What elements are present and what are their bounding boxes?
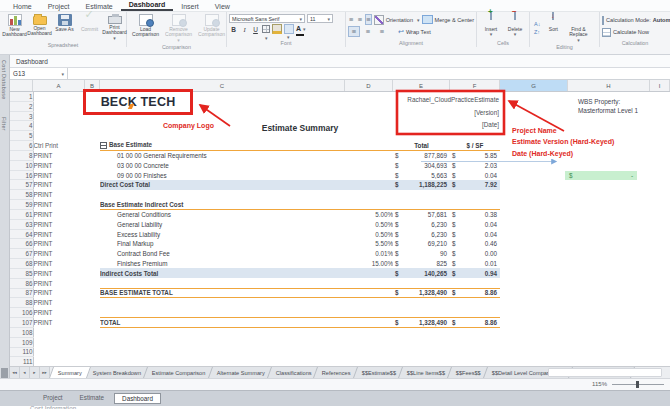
grid-cell[interactable]	[85, 160, 100, 170]
print-flag-cell[interactable]: PRINT	[33, 308, 85, 318]
row-header[interactable]: 109	[10, 337, 33, 347]
percent-cell[interactable]	[345, 308, 393, 318]
total-cell[interactable]	[393, 347, 450, 357]
per-sf-cell[interactable]: $0.04	[450, 219, 500, 229]
percent-cell[interactable]	[345, 347, 393, 357]
column-header-h[interactable]: H	[568, 80, 650, 91]
align-top-button[interactable]: ≡	[348, 14, 355, 25]
grid-cell[interactable]	[85, 239, 100, 249]
grid-cell[interactable]	[568, 219, 650, 229]
grid-cell[interactable]	[568, 347, 650, 357]
total-cell[interactable]	[393, 298, 450, 308]
grid-cell[interactable]	[500, 101, 568, 111]
description-cell[interactable]: Base Estimate Indirect Cost	[100, 200, 345, 210]
per-sf-cell[interactable]: $0.00	[450, 249, 500, 259]
grid-cell[interactable]	[650, 278, 670, 288]
total-cell[interactable]: $1,328,490	[393, 288, 450, 298]
align-right-button[interactable]: ≡	[376, 26, 388, 37]
grid-cell[interactable]	[500, 288, 568, 298]
font-size-select[interactable]: 11	[307, 14, 333, 23]
per-sf-cell[interactable]: $0.38	[450, 209, 500, 219]
total-cell[interactable]: $6,230	[393, 219, 450, 229]
row-header[interactable]: 64	[10, 229, 33, 239]
per-sf-cell[interactable]	[450, 131, 500, 141]
grid-cell[interactable]	[500, 298, 568, 308]
first-sheet-button[interactable]: ◂◂	[10, 367, 20, 378]
grid-cell[interactable]	[85, 327, 100, 337]
column-header-e[interactable]: E	[393, 80, 450, 91]
grid-cell[interactable]	[650, 288, 670, 298]
row-header[interactable]: 1	[10, 92, 33, 101]
total-cell[interactable]: $6,230	[393, 229, 450, 239]
orientation-button[interactable]: Orientation	[374, 15, 420, 25]
grid-cell[interactable]	[85, 357, 100, 366]
per-sf-cell[interactable]	[450, 298, 500, 308]
ribbon-tab-view[interactable]: View	[207, 2, 238, 11]
description-cell[interactable]	[100, 357, 345, 366]
grid-cell[interactable]	[500, 239, 568, 249]
row-header[interactable]: 3	[10, 111, 33, 121]
grid-cell[interactable]	[85, 337, 100, 347]
column-header-g[interactable]: G	[500, 80, 568, 91]
grid-cell[interactable]	[500, 249, 568, 259]
print-flag-cell[interactable]: PRINT	[33, 278, 85, 288]
grid-cell[interactable]	[650, 219, 670, 229]
per-sf-cell[interactable]: $0.01	[450, 259, 500, 269]
total-cell[interactable]	[393, 131, 450, 141]
total-cell[interactable]: $1,188,225	[393, 180, 450, 190]
total-cell[interactable]: $140,265	[393, 268, 450, 278]
per-sf-cell[interactable]	[450, 308, 500, 318]
doc-tab-estimate[interactable]: Estimate	[73, 393, 112, 404]
grid-cell[interactable]	[500, 200, 568, 210]
per-sf-cell[interactable]: $5.85	[450, 150, 500, 160]
percent-cell[interactable]: 0.50%	[345, 229, 393, 239]
grid-cell[interactable]	[568, 357, 650, 366]
percent-cell[interactable]	[345, 298, 393, 308]
description-cell[interactable]: 03 00 00 Concrete	[100, 160, 345, 170]
grid-cell[interactable]	[568, 249, 650, 259]
grid-cell[interactable]	[650, 357, 670, 366]
grid-cell[interactable]	[500, 327, 568, 337]
description-cell[interactable]: Final Markup	[100, 239, 345, 249]
prev-sheet-button[interactable]: ◂	[20, 367, 30, 378]
grid-cell[interactable]	[650, 121, 670, 131]
grid-cell[interactable]	[650, 160, 670, 170]
description-cell[interactable]: TOTAL	[100, 318, 345, 328]
row-header[interactable]: 88	[10, 298, 33, 308]
grid-cell[interactable]	[568, 180, 650, 190]
grid-cell[interactable]	[650, 180, 670, 190]
per-sf-cell[interactable]	[450, 347, 500, 357]
row-header[interactable]: 58	[10, 190, 33, 200]
formula-bar[interactable]	[68, 68, 670, 79]
underline-button[interactable]: U	[251, 25, 260, 34]
row-header[interactable]: 68	[10, 259, 33, 269]
percent-cell[interactable]	[345, 318, 393, 328]
print-flag-cell[interactable]: PRINT	[33, 200, 85, 210]
grid-cell[interactable]	[500, 160, 568, 170]
print-flag-cell[interactable]: PRINT	[33, 288, 85, 298]
grid-cell[interactable]	[85, 318, 100, 328]
panel-strip-handle[interactable]	[1, 368, 8, 378]
print-flag-cell[interactable]	[33, 121, 85, 131]
grid-cell[interactable]	[85, 298, 100, 308]
grid-cell[interactable]	[85, 170, 100, 180]
sheet-tab--line-items-[interactable]: $$Line Items$$	[398, 367, 454, 378]
grid-cell[interactable]	[650, 101, 670, 111]
ribbon-tab-dashboard[interactable]: Dashboard	[121, 0, 174, 11]
row-header[interactable]: 87	[10, 288, 33, 298]
grid-cell[interactable]	[650, 190, 670, 200]
grid-cell[interactable]	[650, 141, 670, 151]
align-left-button[interactable]: ≡	[348, 26, 360, 37]
grid-cell[interactable]	[500, 111, 568, 121]
grid-cell[interactable]	[85, 209, 100, 219]
grid-cell[interactable]	[85, 229, 100, 239]
grid-cell[interactable]	[500, 209, 568, 219]
cost-database-panel-tab[interactable]: Cost Database	[1, 60, 7, 100]
percent-cell[interactable]	[345, 111, 393, 121]
description-cell[interactable]	[100, 337, 345, 347]
percent-cell[interactable]	[345, 101, 393, 111]
row-header[interactable]: 59	[10, 200, 33, 210]
per-sf-cell[interactable]	[450, 278, 500, 288]
select-all-corner[interactable]	[10, 80, 33, 91]
grid-cell[interactable]	[85, 278, 100, 288]
